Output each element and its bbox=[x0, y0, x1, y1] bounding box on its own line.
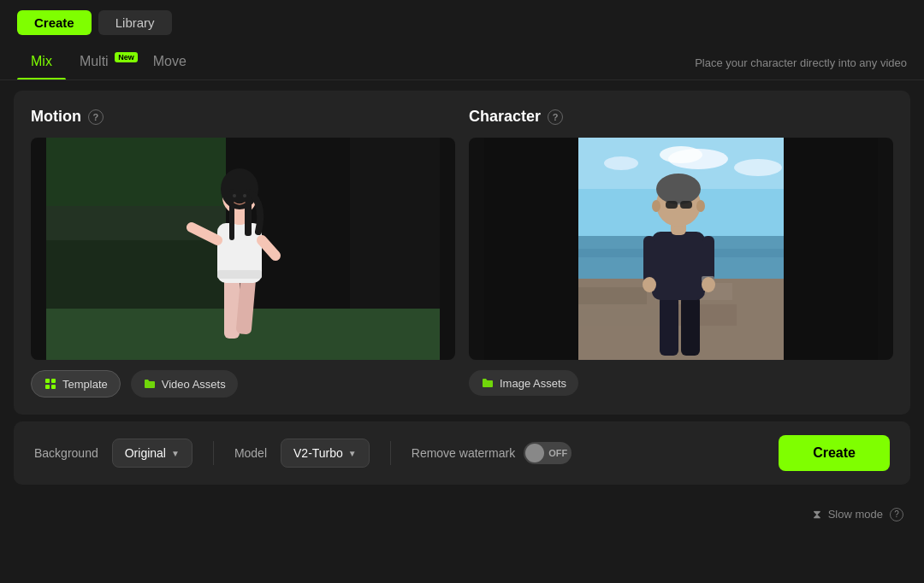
grid-icon bbox=[44, 377, 57, 391]
background-label: Background bbox=[34, 446, 98, 460]
background-value: Original bbox=[125, 446, 166, 460]
svg-rect-20 bbox=[51, 379, 56, 383]
create-button[interactable]: Create bbox=[779, 435, 890, 471]
tab-mix-label: Mix bbox=[31, 54, 52, 68]
tab-move-label: Move bbox=[153, 54, 187, 68]
watermark-toggle[interactable]: OFF bbox=[524, 442, 572, 464]
character-title-text: Character bbox=[469, 108, 541, 126]
motion-help-icon[interactable]: ? bbox=[88, 109, 104, 125]
top-nav: Create Library bbox=[0, 0, 924, 45]
new-badge: New bbox=[115, 52, 138, 62]
svg-point-51 bbox=[696, 200, 705, 212]
tab-description: Place your character directly into any v… bbox=[695, 56, 907, 69]
template-button[interactable]: Template bbox=[31, 370, 121, 398]
svg-point-50 bbox=[652, 200, 660, 212]
library-tab-button[interactable]: Library bbox=[98, 10, 172, 35]
motion-card: Motion ? bbox=[31, 108, 455, 398]
image-assets-label: Image Assets bbox=[500, 377, 566, 390]
motion-media[interactable] bbox=[31, 138, 455, 360]
model-label: Model bbox=[234, 446, 267, 460]
slow-mode-label: Slow mode bbox=[828, 508, 883, 521]
watermark-label: Remove watermark bbox=[412, 446, 515, 460]
character-actions: Image Assets bbox=[469, 370, 893, 396]
hourglass-icon: ⧗ bbox=[813, 507, 821, 521]
svg-point-14 bbox=[221, 168, 258, 209]
model-chevron-icon: ▼ bbox=[348, 449, 357, 458]
toggle-state: OFF bbox=[548, 448, 567, 458]
bottom-bar: Background Original ▼ Model V2-Turbo ▼ R… bbox=[14, 421, 910, 485]
video-assets-label: Video Assets bbox=[162, 378, 226, 391]
tab-multi[interactable]: Multi New bbox=[66, 45, 139, 80]
svg-rect-21 bbox=[45, 385, 50, 389]
tab-multi-label: Multi bbox=[80, 54, 109, 68]
motion-title: Motion ? bbox=[31, 108, 455, 126]
svg-point-46 bbox=[656, 174, 701, 204]
svg-point-27 bbox=[660, 146, 702, 163]
image-assets-button[interactable]: Image Assets bbox=[469, 370, 578, 396]
folder-icon bbox=[143, 377, 157, 391]
character-card: Character ? bbox=[469, 108, 893, 398]
character-help-icon[interactable]: ? bbox=[548, 109, 563, 125]
svg-rect-40 bbox=[681, 296, 700, 356]
motion-actions: Template Video Assets bbox=[31, 370, 455, 398]
create-tab-button[interactable]: Create bbox=[17, 10, 92, 35]
tab-bar: Mix Multi New Move Place your character … bbox=[0, 45, 924, 80]
svg-rect-19 bbox=[45, 379, 50, 383]
video-assets-button[interactable]: Video Assets bbox=[131, 370, 238, 398]
toggle-knob bbox=[525, 444, 544, 462]
svg-rect-43 bbox=[702, 236, 714, 283]
svg-point-17 bbox=[233, 194, 236, 197]
tab-mix[interactable]: Mix bbox=[17, 45, 66, 80]
separator-2 bbox=[390, 441, 391, 465]
svg-rect-42 bbox=[643, 236, 655, 283]
character-media[interactable] bbox=[469, 138, 893, 360]
motion-title-text: Motion bbox=[31, 108, 81, 126]
separator-1 bbox=[213, 441, 214, 465]
svg-point-53 bbox=[643, 277, 656, 292]
svg-rect-35 bbox=[578, 309, 664, 326]
svg-rect-3 bbox=[46, 138, 226, 206]
svg-point-18 bbox=[243, 194, 246, 197]
svg-rect-39 bbox=[660, 296, 678, 356]
main-content: Motion ? bbox=[0, 91, 924, 498]
cards-row: Motion ? bbox=[14, 91, 910, 415]
svg-rect-33 bbox=[578, 287, 647, 304]
model-value: V2-Turbo bbox=[293, 446, 343, 460]
svg-rect-41 bbox=[652, 232, 705, 300]
svg-point-29 bbox=[604, 156, 638, 170]
svg-rect-22 bbox=[51, 385, 56, 389]
character-image bbox=[469, 138, 893, 360]
model-dropdown[interactable]: V2-Turbo ▼ bbox=[281, 439, 370, 468]
background-dropdown[interactable]: Original ▼ bbox=[112, 439, 192, 468]
svg-rect-9 bbox=[217, 270, 262, 279]
svg-point-28 bbox=[734, 159, 782, 176]
background-chevron-icon: ▼ bbox=[171, 449, 180, 458]
motion-image bbox=[31, 138, 455, 360]
watermark-control: Remove watermark OFF bbox=[412, 442, 572, 464]
footer: ⧗ Slow mode ? bbox=[0, 498, 924, 530]
tab-move[interactable]: Move bbox=[139, 45, 200, 80]
svg-rect-38 bbox=[784, 138, 878, 360]
slow-mode-help-icon[interactable]: ? bbox=[890, 508, 903, 521]
svg-point-54 bbox=[702, 277, 715, 292]
template-label: Template bbox=[62, 378, 108, 391]
svg-rect-37 bbox=[484, 138, 578, 360]
character-title: Character ? bbox=[469, 108, 893, 126]
svg-rect-48 bbox=[680, 201, 692, 209]
svg-rect-47 bbox=[666, 201, 678, 209]
folder-icon-char bbox=[481, 376, 495, 390]
